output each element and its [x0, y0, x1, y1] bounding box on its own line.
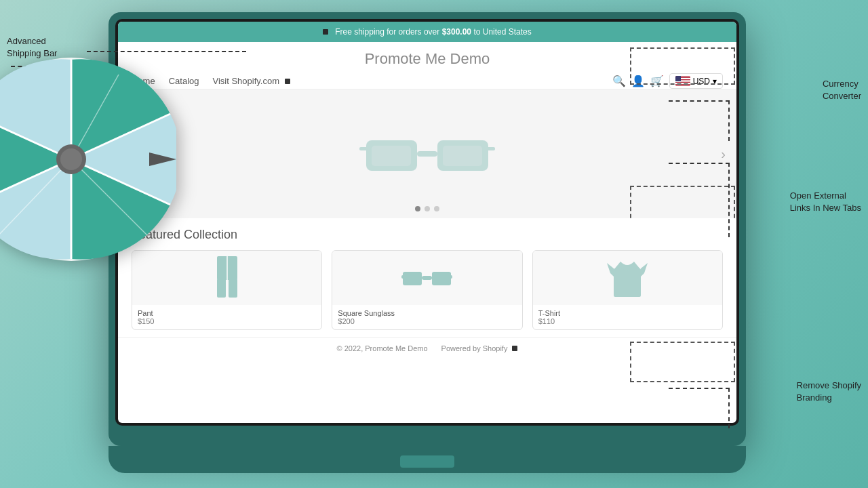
product-image-tshirt — [533, 251, 722, 305]
slider-dot-3 — [434, 206, 439, 211]
shipping-text-before: Free shipping for orders over — [335, 27, 439, 37]
site-header: Promote Me Demo Home Catalog Visit Shopi… — [118, 42, 736, 89]
product-name-tshirt: T-Shirt — [538, 309, 717, 317]
product-price-pant: $150 — [138, 317, 316, 325]
open-external-links-label: Open ExternalLinks In New Tabs — [790, 190, 861, 214]
tshirt-svg — [607, 256, 648, 300]
shipping-bar-text: Free shipping for orders over $300.00 to… — [335, 27, 532, 37]
currency-converter-label: CurrencyConverter — [823, 78, 861, 102]
product-image-sunglass — [332, 251, 521, 305]
svg-rect-16 — [614, 268, 641, 297]
svg-rect-15 — [450, 275, 452, 279]
sunglasses-image — [359, 120, 495, 188]
svg-marker-18 — [641, 263, 648, 277]
slider-dot-1 — [415, 206, 420, 211]
svg-rect-6 — [443, 146, 482, 166]
laptop-bottom — [108, 446, 746, 473]
footer-powered-by: Powered by Shopify — [441, 344, 518, 352]
footer-dot — [512, 346, 517, 351]
product-price-tshirt: $110 — [538, 317, 717, 325]
svg-rect-5 — [372, 146, 411, 166]
screen: Free shipping for orders over $300.00 to… — [118, 22, 736, 423]
pant-svg — [214, 256, 241, 300]
slider-dot-2 — [425, 206, 430, 211]
svg-rect-13 — [422, 276, 432, 280]
product-price-sunglass: $200 — [338, 317, 516, 325]
remove-shopify-branding-label: Remove ShopifyBranding — [797, 380, 861, 404]
svg-rect-12 — [432, 272, 451, 285]
search-icon[interactable]: 🔍 — [612, 75, 626, 87]
shipping-amount: $300.00 — [442, 27, 471, 37]
featured-section: Featured Collection — [118, 218, 736, 337]
svg-rect-10 — [229, 279, 237, 298]
svg-rect-11 — [403, 272, 422, 285]
product-card-tshirt[interactable]: T-Shirt $110 — [532, 250, 723, 330]
slider-dots — [415, 206, 439, 211]
svg-rect-9 — [217, 279, 226, 298]
shipping-bar: Free shipping for orders over $300.00 to… — [118, 22, 736, 42]
svg-rect-2 — [417, 151, 437, 157]
footer-copyright: © 2022, Promote Me Demo — [337, 344, 428, 352]
wheel-of-fortune[interactable] — [0, 54, 176, 264]
wheel-svg — [0, 54, 176, 264]
hero-image — [359, 120, 495, 188]
product-name-sunglass: Square Sunglass — [338, 309, 516, 317]
product-info-tshirt: T-Shirt $110 — [533, 305, 722, 329]
currency-dashed-box — [630, 47, 735, 85]
svg-rect-14 — [401, 275, 404, 279]
shipping-bar-dot — [323, 29, 328, 35]
product-name-pant: Pant — [138, 309, 316, 317]
product-info-sunglass: Square Sunglass $200 — [332, 305, 521, 329]
trackpad — [400, 455, 454, 468]
laptop-body: Free shipping for orders over $300.00 to… — [108, 12, 746, 446]
nav-visit-shopify[interactable]: Visit Shopify.com — [213, 76, 290, 86]
hero-slider: › — [118, 89, 736, 218]
sunglass-svg — [401, 266, 452, 290]
site-footer: © 2022, Promote Me Demo Powered by Shopi… — [118, 337, 736, 359]
external-links-dashed-box — [630, 186, 735, 218]
svg-point-30 — [60, 148, 82, 170]
screen-bezel: Free shipping for orders over $300.00 to… — [115, 19, 739, 426]
svg-rect-3 — [359, 147, 368, 150]
featured-collection-title: Featured Collection — [132, 228, 723, 242]
shipping-text-after: to United States — [473, 27, 531, 37]
slider-next-arrow[interactable]: › — [721, 146, 726, 162]
remove-branding-dashed-box — [630, 342, 735, 382]
laptop: Free shipping for orders over $300.00 to… — [108, 12, 746, 473]
product-grid: Pant $150 — [132, 250, 723, 330]
svg-marker-17 — [607, 263, 614, 277]
right-annotations: CurrencyConverter Open ExternalLinks In … — [726, 0, 868, 488]
visit-shopify-dot — [285, 79, 290, 84]
screen-content: Free shipping for orders over $300.00 to… — [118, 22, 736, 423]
product-info-pant: Pant $150 — [132, 305, 321, 329]
product-card-sunglass[interactable]: Square Sunglass $200 — [332, 250, 522, 330]
svg-rect-4 — [487, 147, 495, 150]
